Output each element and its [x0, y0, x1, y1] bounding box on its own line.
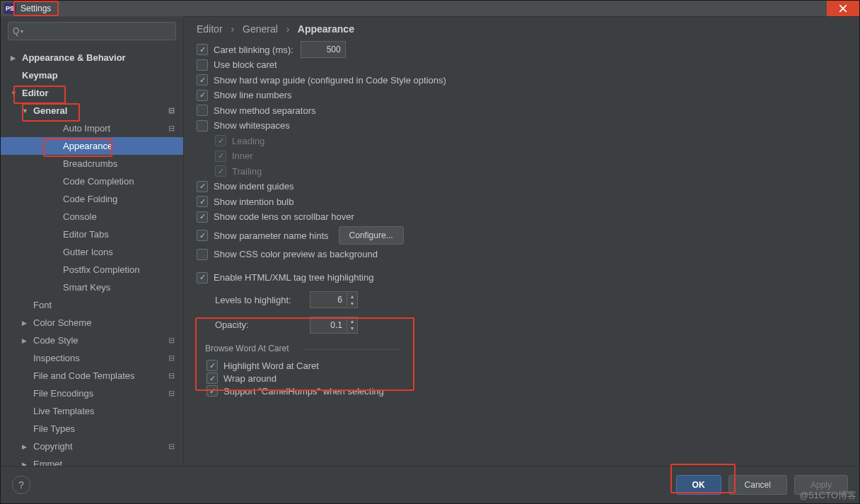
opt-block-caret: Use block caret [197, 59, 847, 71]
label-ws-trailing: Trailing [232, 166, 262, 177]
label-ws-leading: Leading [232, 136, 265, 146]
tree-item[interactable]: Appearance [1, 137, 183, 155]
tree-item[interactable]: Smart Keys [1, 279, 183, 296]
input-levels[interactable]: 6 ▲▼ [310, 291, 358, 308]
checkbox-method-separators[interactable] [197, 105, 208, 116]
label-code-lens: Show code lens on scrollbar hover [214, 211, 354, 222]
checkbox-indent-guides[interactable] [197, 181, 208, 192]
tree-item-label: Gutter Icons [63, 247, 113, 257]
opt-whitespaces: Show whitespaces [197, 119, 847, 132]
tree-item[interactable]: ▶Emmet [1, 455, 183, 467]
label-caret-blinking: Caret blinking (ms): [214, 45, 294, 55]
input-opacity[interactable]: 0.1 ▲▼ [310, 317, 358, 334]
titlebar: PS Settings [1, 1, 859, 17]
checkbox-camel-humps[interactable] [207, 385, 218, 397]
tree-item-label: Editor [22, 88, 49, 98]
label-wrap-around: Wrap around [223, 373, 277, 384]
checkbox-html-tag[interactable] [197, 272, 208, 283]
help-button[interactable]: ? [12, 476, 30, 494]
configure-param-hints-button[interactable]: Configure... [339, 226, 404, 245]
tree-item[interactable]: ▶Color Scheme [1, 314, 183, 332]
checkbox-param-hints[interactable] [197, 230, 208, 241]
checkbox-wrap-around[interactable] [207, 373, 218, 384]
checkbox-line-numbers[interactable] [197, 90, 208, 101]
project-scope-icon: ⊟ [168, 442, 175, 451]
close-icon [839, 4, 847, 13]
search-wrap: Q▾ [1, 16, 183, 45]
chevron-right-icon: › [286, 23, 290, 35]
tree-item[interactable]: File and Code Templates⊟ [1, 367, 183, 385]
tree-item[interactable]: ▼Editor [1, 84, 183, 102]
chevron-right-icon: ▶ [22, 320, 29, 327]
value-opacity: 0.1 [310, 320, 347, 330]
tree-item[interactable]: Auto Import⊟ [1, 119, 183, 137]
opt-line-numbers: Show line numbers [197, 89, 847, 102]
body: Q▾ ▶Appearance & BehaviorKeymap▼Editor▼G… [1, 16, 859, 467]
spin-up-icon[interactable]: ▲ [347, 293, 357, 300]
label-method-separators: Show method separators [214, 105, 316, 116]
tree-item-label: Font [33, 300, 52, 310]
tree-item[interactable]: Code Folding [1, 190, 183, 208]
label-indent-guides: Show indent guides [214, 181, 294, 192]
spin-up-icon[interactable]: ▲ [347, 318, 357, 325]
tree-item-label: Console [63, 211, 97, 222]
opt-wrap-around: Wrap around [207, 372, 837, 385]
cancel-button[interactable]: Cancel [728, 475, 787, 495]
label-param-hints: Show parameter name hints [214, 230, 329, 241]
tree-item-label: General [33, 105, 67, 116]
tree-item[interactable]: Code Completion [1, 172, 183, 190]
tree-item[interactable]: Keymap [1, 66, 183, 84]
tree-item-label: Editor Tabs [63, 229, 109, 240]
tree-item[interactable]: Editor Tabs [1, 225, 183, 243]
label-css-preview: Show CSS color preview as background [214, 249, 378, 259]
tree-item[interactable]: Inspections⊟ [1, 349, 183, 367]
settings-window: PS Settings Q▾ ▶Appearance & BehaviorKey… [0, 0, 860, 504]
close-button[interactable] [827, 1, 859, 16]
tree-item[interactable]: Postfix Completion [1, 261, 183, 279]
main-panel: Editor › General › Appearance Caret blin… [184, 16, 859, 467]
checkbox-ws-trailing [215, 165, 226, 177]
tree-item-label: Appearance [63, 141, 112, 151]
tree-item-label: Inspections [33, 353, 80, 363]
crumb-editor[interactable]: Editor [197, 23, 223, 35]
tree-item[interactable]: ▶Copyright⊟ [1, 438, 183, 455]
chevron-right-icon: › [231, 23, 234, 35]
chevron-right-icon: ▶ [11, 54, 18, 61]
ok-button[interactable]: OK [676, 475, 721, 495]
checkbox-intention-bulb[interactable] [197, 196, 208, 207]
checkbox-highlight-word[interactable] [207, 360, 218, 371]
tree-item[interactable]: ▶Appearance & Behavior [1, 49, 183, 66]
spin-down-icon[interactable]: ▼ [347, 325, 357, 332]
tree-item[interactable]: ▼General⊟ [1, 102, 183, 119]
spin-down-icon[interactable]: ▼ [347, 300, 357, 307]
app-icon: PS [4, 3, 16, 14]
checkbox-ws-leading [215, 135, 226, 146]
checkbox-hard-wrap[interactable] [197, 74, 208, 86]
checkbox-block-caret[interactable] [197, 59, 208, 71]
tree-item[interactable]: File Encodings⊟ [1, 385, 183, 402]
tree-item[interactable]: Live Templates [1, 402, 183, 420]
tree-item[interactable]: Font [1, 296, 183, 314]
label-ws-inner: Inner [232, 151, 253, 161]
tree-item[interactable]: Breadcrumbs [1, 155, 183, 172]
checkbox-caret-blinking[interactable] [197, 44, 208, 55]
tree-item[interactable]: File Types [1, 420, 183, 438]
checkbox-code-lens[interactable] [197, 211, 208, 223]
chevron-down-icon: ▼ [22, 107, 29, 115]
tree-item-label: Postfix Completion [63, 264, 139, 275]
opt-highlight-word: Highlight Word at Caret [207, 359, 837, 372]
settings-tree[interactable]: ▶Appearance & BehaviorKeymap▼Editor▼Gene… [1, 45, 183, 467]
sidebar: Q▾ ▶Appearance & BehaviorKeymap▼Editor▼G… [1, 16, 184, 467]
crumb-general[interactable]: General [243, 23, 278, 35]
tree-item[interactable]: Gutter Icons [1, 243, 183, 261]
opt-intention-bulb: Show intention bulb [197, 195, 847, 208]
checkbox-whitespaces[interactable] [197, 120, 208, 131]
tree-item[interactable]: Console [1, 208, 183, 225]
tree-item-label: Code Completion [63, 176, 134, 187]
search-input[interactable]: Q▾ [8, 22, 176, 40]
chevron-right-icon: ▶ [22, 443, 29, 450]
tree-item[interactable]: ▶Code Style⊟ [1, 332, 183, 349]
input-caret-blinking-ms[interactable]: 500 [301, 41, 346, 58]
checkbox-css-preview[interactable] [197, 249, 208, 260]
tree-item-label: Keymap [22, 70, 58, 81]
